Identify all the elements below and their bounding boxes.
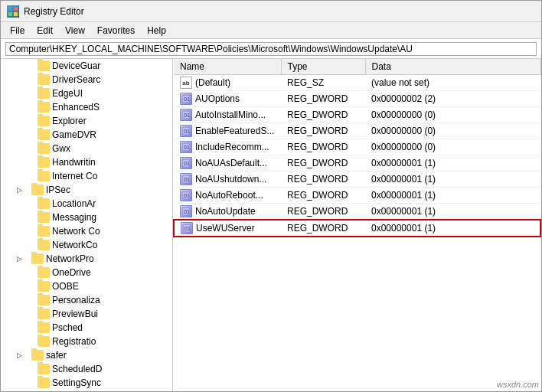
table-row[interactable]: 01 NoAUshutdown... REG_DWORD 0x00000001 … (174, 172, 540, 188)
list-item[interactable]: ScheduledD (1, 362, 172, 376)
reg-dword-icon: 01 (180, 141, 192, 153)
main-area: DeviceGuar DriverSearc EdgeUI (1, 59, 541, 391)
table-row[interactable]: 01 AUOptions REG_DWORD 0x00000002 (2) (174, 91, 540, 107)
table-row[interactable]: 01 NoAutoReboot... REG_DWORD 0x00000001 … (174, 188, 540, 204)
list-item[interactable]: Internet Co (1, 169, 172, 183)
list-item[interactable]: DeviceGuar (1, 59, 172, 73)
expander-icon (25, 87, 38, 100)
list-item[interactable]: Gwx (1, 142, 172, 155)
table-row[interactable]: 01 IncludeRecomm... REG_DWORD 0x00000000… (174, 139, 540, 155)
expander-icon (25, 129, 38, 141)
reg-type: REG_DWORD (281, 139, 365, 155)
expander-icon (25, 101, 38, 113)
reg-name: UseWUServer (196, 223, 255, 234)
folder-icon (38, 309, 50, 319)
list-item[interactable]: DriverSearc (1, 73, 172, 87)
list-item[interactable]: Explorer (1, 114, 172, 128)
reg-name: EnableFeaturedS... (195, 126, 274, 136)
table-row[interactable]: 01 NoAutoUpdate REG_DWORD 0x00000001 (1) (174, 204, 540, 220)
expander-icon (25, 211, 38, 224)
reg-type: REG_DWORD (287, 223, 348, 234)
expander-icon (25, 294, 38, 306)
table-row[interactable]: 01 UseWUServer REG_DWORD 0x00000001 (1) (174, 220, 540, 237)
expander-icon (25, 377, 38, 389)
svg-text:01: 01 (184, 129, 190, 134)
reg-data: 0x00000001 (1) (365, 155, 540, 172)
list-item[interactable]: Handwritin (1, 155, 172, 169)
collapse-icon[interactable]: ▷ (13, 184, 25, 196)
svg-text:01: 01 (184, 177, 190, 182)
table-row[interactable]: 01 NoAUAsDefault... REG_DWORD 0x00000001… (174, 155, 540, 172)
svg-rect-0 (8, 7, 12, 11)
list-item[interactable]: Psched (1, 321, 172, 335)
folder-icon (38, 364, 50, 374)
list-item[interactable]: EdgeUI (1, 87, 172, 100)
folder-icon (38, 88, 50, 99)
title-bar: Registry Editor (1, 1, 541, 22)
list-item[interactable]: PreviewBui (1, 307, 172, 321)
reg-data: 0x00000001 (1) (365, 188, 540, 204)
list-item[interactable]: ▷ IPSec (1, 183, 172, 197)
expander-icon (25, 115, 38, 127)
reg-name: NoAUshutdown... (195, 174, 266, 185)
folder-icon (38, 171, 50, 181)
reg-data: 0x00000000 (0) (365, 123, 540, 139)
expander-icon (25, 335, 38, 348)
menu-favorites[interactable]: Favorites (91, 24, 141, 37)
reg-type: REG_DWORD (281, 91, 365, 107)
menu-edit[interactable]: Edit (31, 24, 59, 37)
expander-icon (25, 239, 38, 251)
list-item[interactable]: NetworkCo (1, 238, 172, 252)
collapse-icon[interactable]: ▷ (13, 253, 25, 265)
table-row[interactable]: ab (Default) REG_SZ (value not set) (174, 75, 540, 91)
reg-name: NoAutoReboot... (195, 190, 263, 201)
reg-name: (Default) (195, 77, 230, 88)
window-title: Registry Editor (24, 6, 84, 17)
list-item[interactable]: Registratio (1, 335, 172, 348)
folder-icon (38, 336, 50, 347)
expander-icon (25, 60, 38, 72)
menu-bar: File Edit View Favorites Help (1, 22, 541, 39)
reg-dword-icon: 01 (180, 189, 192, 201)
tree-panel: DeviceGuar DriverSearc EdgeUI (1, 59, 173, 391)
reg-type: REG_DWORD (281, 155, 365, 172)
svg-text:01: 01 (184, 193, 190, 198)
list-item[interactable]: SettingSync (1, 376, 172, 390)
list-item[interactable]: OOBE (1, 279, 172, 293)
reg-sz-icon: ab (180, 77, 192, 89)
svg-text:01: 01 (184, 96, 190, 102)
folder-icon (38, 226, 50, 237)
list-item[interactable]: ▷ safer (1, 348, 172, 362)
app-icon (7, 5, 19, 18)
reg-data: 0x00000001 (1) (365, 172, 540, 188)
menu-view[interactable]: View (59, 24, 91, 37)
reg-dword-icon: 01 (181, 222, 193, 234)
reg-dword-icon: 01 (180, 109, 192, 121)
list-item[interactable]: Messaging (1, 211, 172, 224)
reg-data: 0x00000002 (2) (365, 91, 540, 107)
address-path[interactable]: Computer\HKEY_LOCAL_MACHINE\SOFTWARE\Pol… (5, 42, 537, 56)
menu-help[interactable]: Help (141, 24, 172, 37)
reg-data: 0x00000000 (0) (365, 139, 540, 155)
registry-table: Name Type Data ab (Default) (173, 59, 541, 237)
table-header-row: Name Type Data (174, 59, 540, 75)
reg-type: REG_DWORD (281, 123, 365, 139)
folder-icon (38, 295, 50, 305)
col-data: Data (365, 59, 540, 75)
svg-rect-1 (14, 7, 18, 11)
table-row[interactable]: 01 AutoInstallMino... REG_DWORD 0x000000… (174, 107, 540, 123)
list-item[interactable]: OneDrive (1, 266, 172, 279)
reg-name: IncludeRecomm... (195, 142, 269, 152)
list-item[interactable]: Personaliza (1, 293, 172, 307)
folder-icon (31, 350, 44, 361)
list-item[interactable]: LocationAr (1, 197, 172, 211)
list-item[interactable]: ▷ NetworkPro (1, 252, 172, 266)
folder-icon (38, 267, 50, 278)
table-row[interactable]: 01 EnableFeaturedS... REG_DWORD 0x000000… (174, 123, 540, 139)
collapse-icon[interactable]: ▷ (13, 349, 25, 361)
list-item[interactable]: Network Co (1, 224, 172, 238)
menu-file[interactable]: File (4, 24, 31, 37)
list-item[interactable]: EnhancedS (1, 100, 172, 114)
list-item[interactable]: GameDVR (1, 128, 172, 142)
reg-data: 0x00000001 (1) (371, 223, 436, 234)
